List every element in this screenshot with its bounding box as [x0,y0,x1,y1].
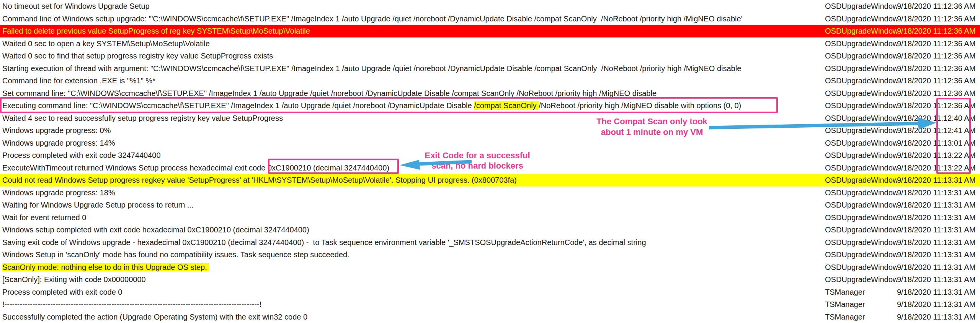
log-row[interactable]: Wait for event returned 0 OSDUpgradeWind… [0,211,980,224]
log-message: Windows Setup in 'scanOnly' mode has fou… [0,248,825,261]
log-message: Waited 4 sec to read successfully setup … [0,112,825,125]
log-datetime: 9/18/2020 11:12:36 AM [897,25,980,37]
log-datetime: 9/18/2020 11:13:31 AM [897,273,980,286]
log-component: OSDUpgradeWindows [825,174,897,187]
log-message: Starting execution of thread with argume… [0,62,825,75]
log-row[interactable]: Successfully completed the action (Upgra… [0,311,980,323]
log-datetime: 9/18/2020 11:13:31 AM [897,248,980,261]
log-component: OSDUpgradeWindows [825,137,897,149]
log-datetime: 9/18/2020 11:13:31 AM [897,311,980,323]
log-message-segment: Waiting for Windows Upgrade Setup proces… [2,201,193,209]
log-message-segment: Windows setup completed with exit code h… [2,226,309,234]
log-message-segment: Failed to delete previous value SetupPro… [2,27,310,35]
log-message-segment: Process completed with exit code 0 [2,288,122,296]
log-datetime: 9/18/2020 11:13:31 AM [897,286,980,299]
log-message: Windows upgrade progress: 18% [0,187,825,199]
log-message: Wait for event returned 0 [0,211,825,224]
log-row[interactable]: Process completed with exit code 3247440… [0,149,980,162]
log-message-segment: [ScanOnly]: Exiting with code 0x00000000 [2,275,146,284]
log-component: OSDUpgradeWindows [825,236,897,249]
log-row[interactable]: No timeout set for Windows Upgrade Setup… [0,0,980,13]
log-row[interactable]: Waiting for Windows Upgrade Setup proces… [0,199,980,211]
log-row[interactable]: !---------------------------------------… [0,298,980,311]
log-row[interactable]: Windows upgrade progress: 14% OSDUpgrade… [0,137,980,149]
log-message-segment: Windows upgrade progress: 18% [2,188,115,197]
log-message: Failed to delete previous value SetupPro… [0,25,825,37]
log-row[interactable]: Command line of Windows setup upgrade: '… [0,13,980,25]
log-message: Process completed with exit code 0 [0,286,825,299]
log-row[interactable]: Windows upgrade progress: 18% OSDUpgrade… [0,187,980,199]
log-message-segment: /NoReboot /priority high /MigNEO disable… [539,101,741,110]
log-component: OSDUpgradeWindows [825,99,897,112]
log-message: Waited 0 sec to find that setup progress… [0,50,825,62]
log-datetime: 9/18/2020 11:13:31 AM [897,236,980,249]
log-row[interactable]: Executing command line: "C:\WINDOWS\ccmc… [0,99,980,112]
log-message-segment: Windows upgrade progress: 0% [2,126,111,135]
log-message-segment: Command line for extension .EXE is "%1" … [2,76,155,85]
log-message-segment: Executing command line: "C:\WINDOWS\ccmc… [2,101,474,110]
log-row[interactable]: ExecuteWithTimeout returned Windows Setu… [0,162,980,174]
log-row[interactable]: Waited 0 sec to find that setup progress… [0,50,980,62]
log-component: OSDUpgradeWindows [825,187,897,199]
log-row[interactable]: Windows upgrade progress: 0% OSDUpgradeW… [0,124,980,137]
log-component: TSManager [825,286,897,299]
log-message-segment: Successfully completed the action (Upgra… [2,313,307,321]
log-component: OSDUpgradeWindows [825,25,897,37]
log-component: OSDUpgradeWindows [825,211,897,224]
log-component: OSDUpgradeWindows [825,87,897,100]
log-message-segment: Wait for event returned 0 [2,213,86,222]
log-row[interactable]: Waited 0 sec to open a key SYSTEM\Setup\… [0,37,980,50]
log-datetime: 9/18/2020 11:12:36 AM [897,62,980,75]
log-message-segment: Command line of Windows setup upgrade: '… [2,15,742,23]
log-rows: No timeout set for Windows Upgrade Setup… [0,0,980,323]
log-row[interactable]: Failed to delete previous value SetupPro… [0,25,980,37]
log-datetime: 9/18/2020 11:12:41 AM [897,124,980,137]
log-datetime: 9/18/2020 11:12:36 AM [897,75,980,87]
log-row[interactable]: Set command line: "C:\WINDOWS\ccmcache\f… [0,87,980,100]
log-datetime: 9/18/2020 11:12:36 AM [897,87,980,100]
log-message-segment: No timeout set for Windows Upgrade Setup [2,2,150,10]
log-message-segment: Waited 4 sec to read successfully setup … [2,114,283,122]
log-datetime: 9/18/2020 11:12:40 AM [897,112,980,125]
log-component: OSDUpgradeWindows [825,37,897,50]
log-row[interactable]: Waited 4 sec to read successfully setup … [0,112,980,125]
log-component: OSDUpgradeWindows [825,199,897,211]
log-message-segment: Saving exit code of Windows upgrade - he… [2,238,646,247]
log-row[interactable]: Process completed with exit code 0 TSMan… [0,286,980,299]
log-message: Executing command line: "C:\WINDOWS\ccmc… [0,99,825,112]
log-message: Command line for extension .EXE is "%1" … [0,75,825,87]
log-component: OSDUpgradeWindows [825,248,897,261]
log-row[interactable]: Could not read Windows Setup progress re… [0,174,980,187]
log-row[interactable]: Windows Setup in 'scanOnly' mode has fou… [0,248,980,261]
log-message-highlighted-segment: /compat ScanOnly [474,101,539,110]
log-message: ExecuteWithTimeout returned Windows Setu… [0,162,825,174]
log-row[interactable]: Command line for extension .EXE is "%1" … [0,75,980,87]
log-datetime: 9/18/2020 11:13:31 AM [897,224,980,236]
log-component: OSDUpgradeWindows [825,62,897,75]
log-row[interactable]: Saving exit code of Windows upgrade - he… [0,236,980,249]
log-message: Windows setup completed with exit code h… [0,224,825,236]
log-datetime: 9/18/2020 11:13:31 AM [897,298,980,311]
log-component: OSDUpgradeWindows [825,261,897,274]
log-row[interactable]: Windows setup completed with exit code h… [0,224,980,236]
log-message-segment: !---------------------------------------… [2,300,261,308]
log-component: OSDUpgradeWindows [825,124,897,137]
log-message-segment: Set command line: "C:\WINDOWS\ccmcache\f… [2,89,657,97]
log-message: [ScanOnly]: Exiting with code 0x00000000 [0,273,825,286]
log-datetime: 9/18/2020 11:13:31 AM [897,187,980,199]
log-message: ScanOnly mode: nothing else to do in thi… [0,261,825,274]
log-message-highlighted-segment: ScanOnly mode: nothing else to do in thi… [2,263,209,271]
log-message: Saving exit code of Windows upgrade - he… [0,236,825,249]
log-message: Command line of Windows setup upgrade: '… [0,13,825,25]
log-message-segment: ExecuteWithTimeout returned Windows Setu… [2,164,389,172]
log-row[interactable]: Starting execution of thread with argume… [0,62,980,75]
log-message-segment: Windows Setup in 'scanOnly' mode has fou… [2,250,350,259]
log-message: Windows upgrade progress: 14% [0,137,825,149]
log-row[interactable]: ScanOnly mode: nothing else to do in thi… [0,261,980,274]
log-datetime: 9/18/2020 11:13:31 AM [897,174,980,187]
log-datetime: 9/18/2020 11:12:36 AM [897,50,980,62]
log-component: TSManager [825,311,897,323]
log-datetime: 9/18/2020 11:12:36 AM [897,37,980,50]
log-datetime: 9/18/2020 11:13:22 AM [897,149,980,162]
log-row[interactable]: [ScanOnly]: Exiting with code 0x00000000… [0,273,980,286]
